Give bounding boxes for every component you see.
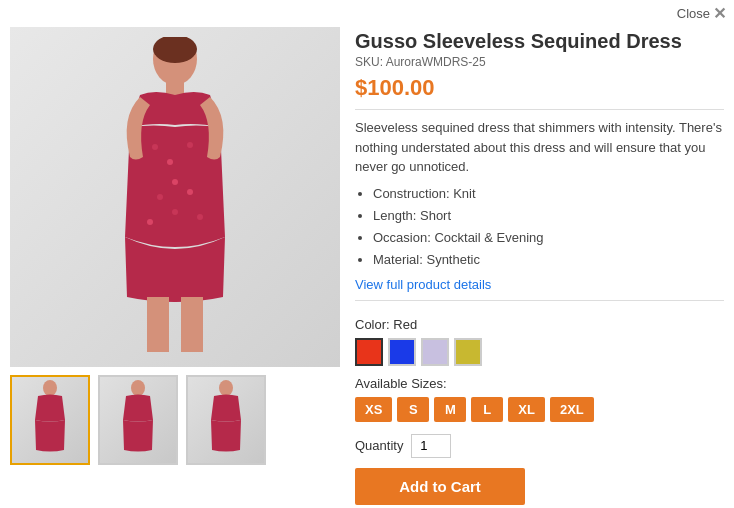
size-s[interactable]: S	[397, 397, 429, 422]
sku-line: SKU: AuroraWMDRS-25	[355, 55, 724, 69]
thumbnail-1[interactable]	[10, 375, 90, 465]
svg-point-11	[172, 209, 178, 215]
main-product-image	[10, 27, 340, 367]
svg-rect-4	[181, 297, 203, 352]
color-swatch-red[interactable]	[355, 338, 383, 366]
add-to-cart-button[interactable]: Add to Cart	[355, 468, 525, 505]
view-details-link[interactable]: View full product details	[355, 277, 724, 292]
right-panel: Gusso Sleeveless Sequined Dress SKU: Aur…	[355, 27, 724, 508]
size-buttons: XS S M L XL 2XL	[355, 397, 724, 422]
close-label: Close	[677, 6, 710, 21]
svg-point-14	[43, 380, 57, 396]
quantity-input[interactable]	[411, 434, 451, 458]
size-xl[interactable]: XL	[508, 397, 545, 422]
size-xs[interactable]: XS	[355, 397, 392, 422]
size-2xl[interactable]: 2XL	[550, 397, 594, 422]
sizes-label: Available Sizes:	[355, 376, 724, 391]
features-list: Construction: Knit Length: Short Occasio…	[355, 183, 724, 271]
color-swatches	[355, 338, 724, 366]
thumbnail-strip	[10, 375, 340, 465]
size-section: Available Sizes: XS S M L XL 2XL	[355, 376, 724, 422]
svg-point-15	[131, 380, 145, 396]
svg-rect-3	[147, 297, 169, 352]
color-swatch-gold[interactable]	[454, 338, 482, 366]
svg-point-6	[167, 159, 173, 165]
size-m[interactable]: M	[434, 397, 466, 422]
feature-length: Length: Short	[373, 205, 724, 227]
left-panel	[10, 27, 340, 508]
divider-1	[355, 109, 724, 110]
product-title: Gusso Sleeveless Sequined Dress	[355, 29, 724, 53]
thumbnail-3[interactable]	[186, 375, 266, 465]
close-icon: ✕	[713, 4, 726, 23]
divider-2	[355, 300, 724, 301]
color-section: Color: Red	[355, 317, 724, 366]
svg-point-8	[172, 179, 178, 185]
sku-value: AuroraWMDRS-25	[386, 55, 486, 69]
svg-point-5	[152, 144, 158, 150]
svg-point-10	[187, 189, 193, 195]
size-l[interactable]: L	[471, 397, 503, 422]
feature-occasion: Occasion: Cocktail & Evening	[373, 227, 724, 249]
svg-point-12	[147, 219, 153, 225]
close-bar: Close ✕	[0, 0, 734, 27]
color-swatch-lavender[interactable]	[421, 338, 449, 366]
feature-material: Material: Synthetic	[373, 249, 724, 271]
sku-label: SKU:	[355, 55, 383, 69]
svg-point-16	[219, 380, 233, 396]
price: $100.00	[355, 75, 724, 101]
thumbnail-2[interactable]	[98, 375, 178, 465]
color-label: Color: Red	[355, 317, 724, 332]
quantity-section: Quantity	[355, 434, 724, 458]
svg-point-7	[187, 142, 193, 148]
product-modal: Close ✕	[0, 0, 734, 508]
content-area: Gusso Sleeveless Sequined Dress SKU: Aur…	[0, 27, 734, 508]
feature-construction: Construction: Knit	[373, 183, 724, 205]
quantity-label: Quantity	[355, 438, 403, 453]
color-swatch-blue[interactable]	[388, 338, 416, 366]
svg-point-9	[157, 194, 163, 200]
close-button[interactable]: Close ✕	[677, 4, 726, 23]
svg-point-13	[197, 214, 203, 220]
product-description: Sleeveless sequined dress that shimmers …	[355, 118, 724, 177]
